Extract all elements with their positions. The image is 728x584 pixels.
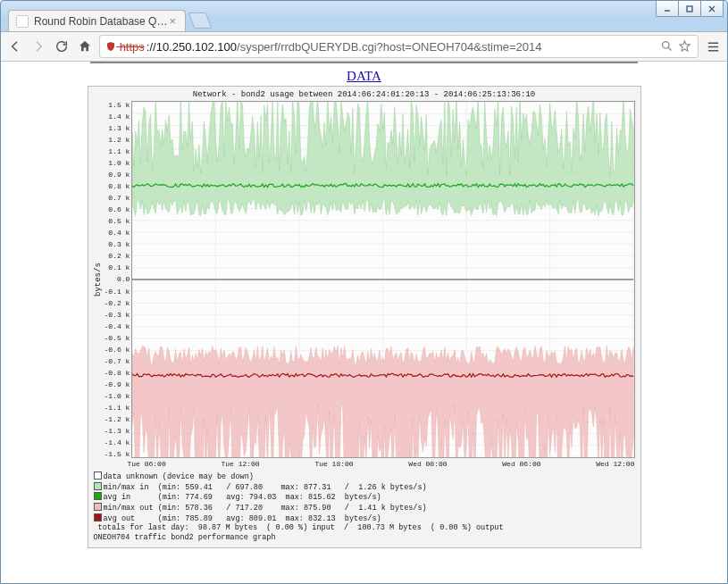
legend-row: min/max out (min: 578.36 / 717.20 max: 8… — [94, 503, 635, 513]
ssl-warning-icon: https — [105, 40, 145, 54]
y-tick: 1.1 k — [105, 147, 130, 155]
url-text: ://10.250.102.100/sysperf/rrdbQUERYDB.cg… — [146, 40, 657, 54]
tab-title: Round Robin Database Q… — [34, 15, 167, 28]
x-tick: Tue 18:00 — [314, 460, 353, 468]
chart-plot-area: bytes/s 1.5 k1.4 k1.3 k1.2 k1.1 k1.0 k0.… — [94, 101, 635, 458]
y-tick: -0.6 k — [105, 346, 130, 354]
svg-rect-1 — [687, 6, 692, 12]
data-link[interactable]: DATA — [54, 69, 674, 84]
legend-text: data unknown (device may be down) — [104, 472, 254, 481]
forward-button[interactable] — [29, 38, 47, 55]
y-tick: -0.5 k — [105, 334, 130, 342]
legend-swatch-icon — [94, 503, 102, 511]
legend-text: min/max in (min: 559.41 / 697.80 max: 87… — [104, 483, 427, 492]
y-tick: 1.0 k — [105, 159, 130, 167]
y-tick: 0.3 k — [105, 240, 130, 248]
legend-row: avg out (min: 785.89 avg: 809.01 max: 83… — [94, 513, 635, 524]
legend-swatch-icon — [94, 471, 102, 480]
legend-swatch-icon — [94, 513, 102, 521]
close-window-button[interactable] — [700, 1, 724, 17]
browser-window: Round Robin Database Q… × https ://10.25… — [0, 0, 728, 584]
page-viewport[interactable]: DATA Network - bond2 usage between 2014:… — [1, 62, 727, 583]
y-tick: 0.4 k — [105, 229, 130, 237]
svg-point-5 — [663, 42, 670, 49]
y-axis-label: bytes/s — [94, 101, 105, 458]
y-tick: -0.9 k — [105, 380, 130, 388]
y-tick: -0.2 k — [105, 299, 130, 307]
favicon-icon — [16, 15, 29, 28]
legend-row: min/max in (min: 559.41 / 697.80 max: 87… — [94, 482, 635, 493]
legend-swatch-icon — [94, 492, 102, 500]
y-axis-ticks: 1.5 k1.4 k1.3 k1.2 k1.1 k1.0 k0.9 k0.8 k… — [105, 101, 132, 458]
y-tick: 0.9 k — [105, 171, 130, 179]
address-bar[interactable]: https ://10.250.102.100/sysperf/rrdbQUER… — [99, 35, 699, 58]
chart-canvas — [131, 101, 634, 458]
tabstrip: Round Robin Database Q… × — [1, 8, 727, 31]
y-tick: -1.0 k — [105, 392, 130, 400]
legend-footer: ONEOH704 traffic bond2 performance graph — [94, 533, 635, 543]
x-axis-ticks: Tue 06:00Tue 12:00Tue 18:00Wed 00:00Wed … — [94, 458, 635, 468]
chart-title: Network - bond2 usage between 2014:06:24… — [94, 90, 635, 99]
x-tick: Wed 12:00 — [596, 460, 634, 468]
horizontal-rule — [90, 62, 638, 63]
y-tick: 0.8 k — [105, 182, 130, 190]
window-controls — [657, 1, 724, 17]
y-tick: -1.2 k — [105, 415, 130, 423]
y-tick: 0.7 k — [105, 194, 130, 202]
y-tick: 1.2 k — [105, 136, 130, 144]
y-tick: 1.3 k — [105, 124, 130, 132]
y-tick: -1.3 k — [105, 427, 130, 435]
legend-row: avg in (min: 774.69 avg: 794.03 max: 815… — [94, 492, 635, 503]
y-tick: 0.6 k — [105, 205, 130, 213]
legend-text: avg out (min: 785.89 avg: 809.01 max: 83… — [104, 514, 381, 523]
titlebar — [1, 1, 727, 8]
new-tab-button[interactable] — [188, 13, 213, 29]
y-tick: -1.4 k — [105, 438, 130, 446]
x-tick: Wed 06:00 — [502, 460, 540, 468]
x-tick: Tue 12:00 — [221, 460, 259, 468]
x-tick: Tue 06:00 — [128, 460, 166, 468]
y-tick: -0.3 k — [105, 311, 130, 319]
toolbar: https ://10.250.102.100/sysperf/rrdbQUER… — [1, 31, 727, 62]
reload-button[interactable] — [53, 38, 71, 55]
y-tick: -1.1 k — [105, 404, 130, 412]
back-button[interactable] — [6, 38, 24, 55]
y-tick: -0.4 k — [105, 322, 130, 330]
y-tick: -0.7 k — [105, 357, 130, 365]
url-path: /sysperf/rrdbQUERYDB.cgi?host=ONEOH704&s… — [237, 40, 542, 54]
bookmark-star-icon[interactable] — [678, 39, 692, 54]
legend-swatch-icon — [94, 482, 102, 490]
legend-text: avg in (min: 774.69 avg: 794.03 max: 815… — [104, 493, 381, 502]
y-tick: -1.5 k — [105, 450, 130, 458]
y-tick: 0.5 k — [105, 217, 130, 225]
y-tick: -0.1 k — [105, 288, 130, 296]
svg-marker-7 — [680, 41, 690, 51]
url-host: ://10.250.102.100 — [146, 40, 237, 54]
legend-text: min/max out (min: 578.36 / 717.20 max: 8… — [104, 504, 427, 513]
minimize-button[interactable] — [656, 1, 679, 17]
maximize-button[interactable] — [678, 1, 701, 17]
svg-line-6 — [668, 47, 671, 50]
chart-legend: data unknown (device may be down)min/max… — [94, 471, 635, 542]
x-tick: Wed 00:00 — [408, 460, 447, 468]
tab-close-icon[interactable]: × — [167, 14, 178, 28]
legend-totals: totals for last day: 98.87 M bytes ( 0.0… — [94, 523, 635, 533]
search-icon[interactable] — [660, 39, 674, 54]
y-tick: 1.4 k — [105, 113, 130, 121]
url-scheme: https — [120, 40, 145, 54]
chrome-menu-button[interactable] — [704, 38, 722, 55]
y-tick: 0.0 — [105, 275, 130, 283]
y-tick: 0.2 k — [105, 252, 130, 260]
y-tick: 0.1 k — [105, 263, 130, 271]
y-tick: 1.5 k — [105, 101, 130, 109]
home-button[interactable] — [76, 38, 94, 55]
rrd-chart: Network - bond2 usage between 2014:06:24… — [88, 86, 641, 548]
browser-tab[interactable]: Round Robin Database Q… × — [8, 10, 186, 31]
legend-row: data unknown (device may be down) — [94, 471, 635, 482]
y-tick: -0.8 k — [105, 369, 130, 377]
